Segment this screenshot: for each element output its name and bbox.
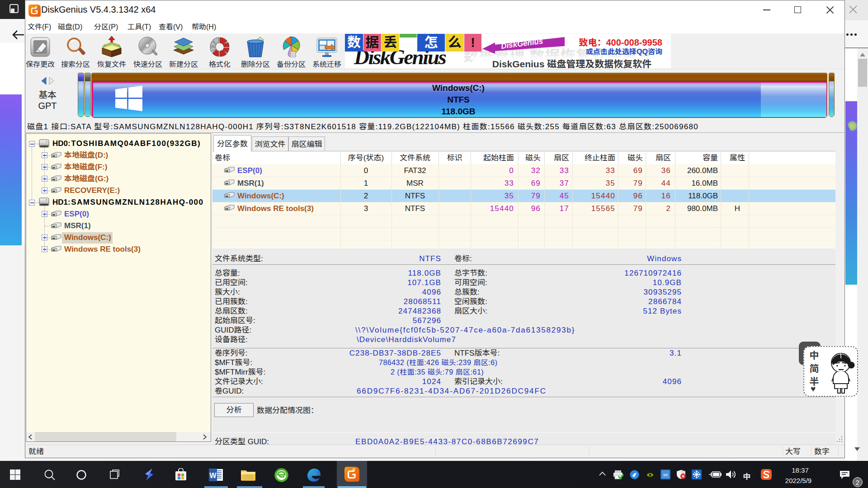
svg-text:W: W (209, 472, 217, 479)
svg-text:int: int (663, 473, 668, 477)
